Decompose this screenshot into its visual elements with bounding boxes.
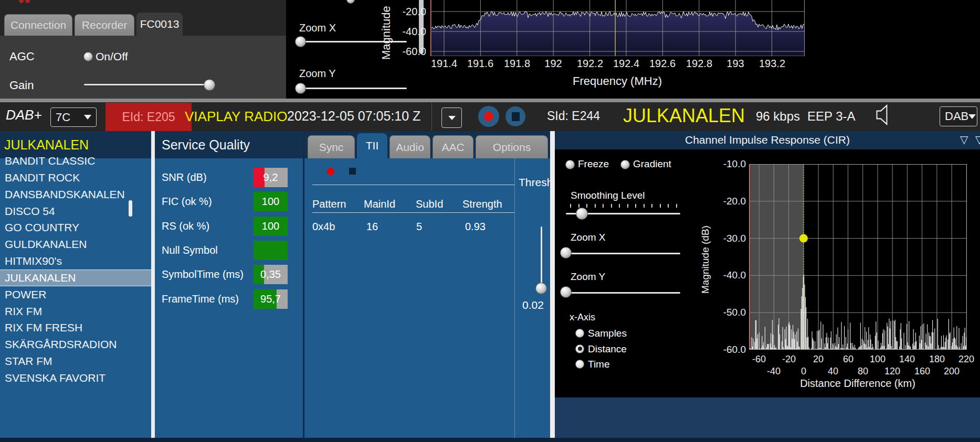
spectrum-x-tick: 191.6 — [459, 58, 501, 70]
spectrum-x-tick: 192.2 — [569, 58, 611, 70]
chevron-down-icon — [448, 116, 456, 120]
smoothing-tick — [603, 204, 604, 208]
gain-slider-track[interactable] — [84, 84, 215, 85]
spectrum-x-axis-title: Frequency (MHz) — [539, 74, 696, 88]
cir-x-tick: 220 — [951, 354, 980, 365]
tab-connection[interactable]: Connection — [4, 14, 72, 36]
status-bar: DAB+ 7C EId: E205 VIAPLAY RADIO 2023-12-… — [0, 99, 980, 131]
x-axis-radio-distance[interactable] — [575, 344, 584, 353]
bottom-strip — [0, 438, 980, 442]
freeze-label: Freeze — [578, 158, 609, 170]
x-axis-radio-samples[interactable] — [575, 329, 584, 338]
tii-col-header: MainId — [364, 198, 395, 210]
tab-options[interactable]: Options — [476, 135, 548, 158]
iq-partial-slider-handle[interactable] — [346, 0, 355, 4]
cir-titlebar: Channel Impulse Response (CIR) ▽ ▽ — [555, 131, 980, 149]
smoothing-tick — [651, 204, 652, 208]
speaker-icon[interactable] — [873, 104, 892, 126]
x-axis-option-label: Distance — [588, 343, 627, 355]
smoothing-tick — [578, 204, 579, 208]
station-item[interactable]: POWER — [0, 286, 151, 303]
sq-bar-value: 0,35 — [254, 265, 288, 284]
tii-panel: Threshold 0.02 SyncTIIAudioAACOptionsPat… — [304, 131, 550, 438]
cir-zoom-x-handle[interactable] — [560, 247, 572, 258]
station-item[interactable]: GO COUNTRY — [0, 219, 151, 236]
spectrum-x-tick: 192.6 — [641, 58, 683, 70]
stop-button[interactable] — [505, 106, 525, 126]
sq-row-bar: 100 — [254, 217, 288, 236]
cir-y-tick: -40.0 — [714, 269, 746, 281]
cir-y-tick: -60.0 — [714, 344, 746, 355]
tii-header-underline — [312, 212, 514, 213]
x-axis-radio-time[interactable] — [575, 360, 584, 369]
station-item[interactable]: BANDIT CLASSIC — [0, 153, 151, 169]
smoothing-slider-handle[interactable] — [576, 208, 588, 220]
dropdown-button[interactable] — [441, 107, 462, 128]
station-item[interactable]: JULKANALEN — [0, 269, 151, 286]
tii-stop-icon[interactable] — [349, 168, 356, 175]
agc-onoff-radio[interactable] — [83, 52, 93, 61]
station-item[interactable]: DANSBANDSKANALEN — [0, 186, 151, 203]
cir-x-tick: 140 — [891, 354, 923, 365]
threshold-value: 0.02 — [522, 299, 550, 311]
gradient-radio[interactable] — [620, 160, 630, 169]
bitrate-label: 96 kbps — [756, 109, 800, 124]
station-item[interactable]: STAR FM — [0, 353, 151, 370]
collapse-triangle-icon-partial[interactable]: ▽ — [975, 133, 980, 146]
splitter-handle[interactable] — [151, 131, 155, 442]
freeze-radio[interactable] — [565, 160, 575, 169]
sq-bar-value: 100 — [254, 192, 288, 211]
splitter-handle[interactable] — [550, 131, 555, 442]
tii-record-icon[interactable] — [327, 168, 334, 175]
record-button[interactable] — [478, 106, 499, 127]
station-item[interactable]: RIX FM FRESH — [0, 320, 151, 337]
output-mode-select[interactable]: DAB — [940, 106, 977, 126]
station-item[interactable]: HITMIX90's — [0, 253, 151, 269]
cir-zoom-y-handle[interactable] — [560, 286, 572, 298]
tab-sync[interactable]: Sync — [308, 135, 355, 158]
x-axis-option-label: Time — [588, 359, 610, 370]
spectrum-plot[interactable] — [430, 0, 805, 56]
cir-bottom-area — [555, 397, 980, 438]
cir-y-tick: -30.0 — [714, 233, 746, 244]
iq-zoom-x-label: Zoom X — [299, 22, 336, 34]
sq-bar-value: 100 — [254, 217, 288, 236]
radio-selected-dot — [578, 347, 582, 351]
tab-tii[interactable]: TII — [357, 133, 387, 158]
stop-icon — [512, 112, 520, 121]
smoothing-tick — [676, 204, 677, 208]
tab-recorder[interactable]: Recorder — [75, 14, 134, 36]
collapse-triangle-icon[interactable]: ▽ — [960, 133, 968, 146]
threshold-slider-handle[interactable] — [535, 283, 547, 294]
ensemble-id-badge: EId: E205 — [106, 103, 192, 131]
cir-zoom-x-track[interactable] — [566, 253, 680, 254]
iq-zoom-x-handle[interactable] — [295, 36, 306, 47]
agc-onoff-label: On/Off — [96, 50, 128, 63]
gain-slider-handle[interactable] — [204, 79, 215, 91]
station-item[interactable]: RIX FM — [0, 303, 151, 320]
cir-y-axis-title: Magnitude (dB) — [700, 225, 711, 294]
channel-select[interactable]: 7C — [50, 107, 97, 127]
cir-plot[interactable] — [749, 164, 967, 350]
station-list-scrollbar-thumb[interactable] — [129, 200, 132, 217]
tab-aac[interactable]: AAC — [433, 135, 473, 158]
spectrum-y-tick: -20.0 — [389, 6, 426, 18]
tii-separator-line — [312, 185, 514, 185]
iq-zoom-y-handle[interactable] — [295, 83, 306, 94]
spectrum-x-tick: 191.4 — [423, 58, 465, 70]
tii-cell: 16 — [366, 221, 378, 233]
cir-zoom-x-label: Zoom X — [571, 232, 606, 243]
station-item[interactable]: SKÄRGÅRDSRADION — [0, 336, 151, 353]
station-item[interactable]: GULDKANALEN — [0, 236, 151, 253]
station-item[interactable]: BANDIT ROCK — [0, 169, 151, 186]
channel-value: 7C — [56, 111, 70, 124]
iq-zoom-y-track[interactable] — [301, 88, 407, 89]
sq-bar-value — [254, 241, 288, 260]
tab-fc0013[interactable]: FC0013 — [136, 13, 183, 36]
tab-audio[interactable]: Audio — [389, 135, 430, 158]
datetime-label: 2023-12-05 07:05:10 Z — [287, 109, 420, 124]
smoothing-tick — [570, 204, 571, 208]
cir-x-tick: 120 — [877, 366, 908, 377]
cir-zoom-y-track[interactable] — [566, 292, 680, 294]
station-item[interactable]: SVENSKA FAVORIT — [0, 370, 151, 386]
